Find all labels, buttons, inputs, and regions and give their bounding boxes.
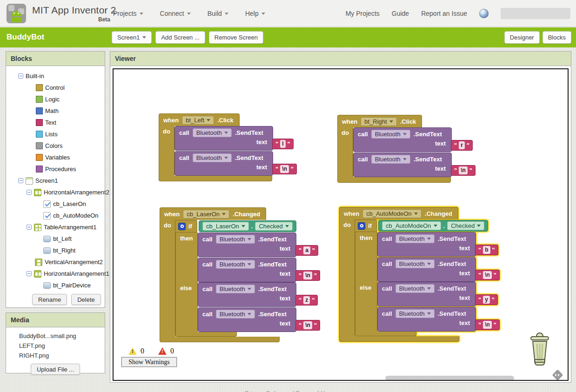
remove-screen-button[interactable]: Remove Screen	[209, 31, 263, 44]
collapse-icon[interactable]	[27, 225, 32, 230]
component-dropdown[interactable]: Bluetooth	[395, 234, 435, 243]
collapse-icon[interactable]	[27, 190, 32, 195]
call-sendtext-block[interactable]: callBluetooth.SendText text "\n"	[353, 153, 452, 177]
collapse-icon[interactable]	[18, 73, 23, 79]
component-dropdown[interactable]: Bluetooth	[371, 130, 410, 139]
text-string-block[interactable]: "\n"	[295, 270, 320, 281]
text-string-block[interactable]: "r"	[451, 140, 473, 151]
tree-item-bt-pairdevice[interactable]: bt_PairDevice	[6, 279, 105, 291]
tree-item-horizontalarrangement1[interactable]: HorizontalArrangement1	[6, 268, 105, 279]
call-sendtext-block[interactable]: callBluetooth.SendText text "b"	[377, 232, 476, 257]
string-value[interactable]: b	[483, 246, 490, 254]
category-variables[interactable]: Variables	[6, 152, 105, 163]
show-warnings-button[interactable]: Show Warnings	[121, 357, 177, 367]
horizontal-scrollbar-thumb[interactable]	[385, 376, 514, 381]
menu-help[interactable]: Help	[245, 10, 265, 17]
category-control[interactable]: Control	[6, 82, 105, 93]
string-value[interactable]: \n	[303, 321, 312, 329]
language-globe-icon[interactable]	[479, 9, 489, 18]
property-getter-block[interactable]: cb_LaserOn . Checked	[199, 220, 296, 232]
call-sendtext-block[interactable]: callBluetooth.SendText text "l"	[174, 126, 273, 151]
tree-item-verticalarrangement2[interactable]: VerticalArrangement2	[6, 256, 105, 268]
mutator-gear-icon[interactable]	[178, 223, 186, 230]
event-block-cb-laseron-changed[interactable]: when cb_LaserOn .Changed do if cb_LaserO…	[160, 207, 296, 342]
call-sendtext-block[interactable]: callBluetooth.SendText text "y"	[377, 282, 476, 306]
category-logic[interactable]: Logic	[6, 93, 105, 105]
string-value[interactable]: \n	[483, 321, 492, 329]
call-sendtext-block[interactable]: callBluetooth.SendText text "\n"	[198, 258, 296, 282]
text-string-block[interactable]: "\n"	[451, 165, 476, 176]
media-file[interactable]: RIGHT.png	[19, 351, 105, 360]
component-dropdown[interactable]: cb_LaserOn	[183, 210, 229, 219]
menu-connect[interactable]: Connect	[160, 10, 191, 17]
tree-item-bt-right[interactable]: bt_Right	[6, 245, 105, 256]
event-block-bt-left-click[interactable]: when bt_Left .Click do callBluetooth.Sen…	[159, 113, 273, 181]
string-value[interactable]: z	[303, 296, 310, 304]
text-string-block[interactable]: "\n"	[475, 270, 500, 280]
tree-item-cb-automodeon[interactable]: cb_AutoModeOn	[6, 210, 105, 221]
upload-file-button[interactable]: Upload File ...	[31, 364, 80, 375]
component-dropdown[interactable]: Bluetooth	[395, 284, 435, 293]
designer-view-button[interactable]: Designer	[504, 31, 540, 44]
string-value[interactable]: a	[303, 246, 310, 254]
menu-projects[interactable]: Projects	[113, 10, 143, 17]
component-dropdown[interactable]: Bluetooth	[395, 259, 435, 268]
tree-item-built-in[interactable]: Built-in	[6, 70, 105, 82]
delete-button[interactable]: Delete	[71, 294, 101, 305]
screen-selector-button[interactable]: Screen1	[112, 31, 152, 44]
component-dropdown[interactable]: Bluetooth	[193, 153, 232, 162]
category-lists[interactable]: Lists	[6, 128, 105, 140]
property-dropdown[interactable]: Checked	[447, 221, 484, 230]
call-sendtext-block[interactable]: callBluetooth.SendText text "\n"	[377, 307, 476, 332]
text-string-block[interactable]: "l"	[272, 139, 294, 149]
category-text[interactable]: Text	[6, 117, 105, 128]
category-procedures[interactable]: Procedures	[6, 163, 105, 175]
string-value[interactable]: y	[483, 296, 490, 304]
collapse-icon[interactable]	[27, 271, 32, 276]
string-value[interactable]: \n	[280, 165, 289, 173]
if-block[interactable]: if cb_LaserOn . Checked then callBluetoo…	[175, 220, 296, 337]
tree-item-tablearrangement1[interactable]: TableArrangement1	[6, 221, 105, 233]
text-string-block[interactable]: "z"	[295, 295, 318, 306]
link-report-an-issue[interactable]: Report an Issue	[421, 10, 467, 17]
media-file[interactable]: BuddyBot...small.png	[19, 331, 105, 341]
tree-item-cb-laseron[interactable]: cb_LaserOn	[6, 198, 105, 210]
collapse-icon[interactable]	[18, 178, 23, 183]
text-string-block[interactable]: "\n"	[272, 164, 297, 174]
user-account-redacted[interactable]	[501, 8, 570, 19]
add-screen-button[interactable]: Add Screen ...	[155, 31, 205, 44]
tree-item-bt-left[interactable]: bt_Left	[6, 233, 105, 245]
privacy-terms-link[interactable]: Privacy Policy and Terms of Use	[245, 390, 331, 392]
component-dropdown[interactable]: Bluetooth	[216, 310, 255, 319]
text-string-block[interactable]: "b"	[475, 245, 498, 255]
call-sendtext-block[interactable]: callBluetooth.SendText text "\n"	[198, 307, 296, 332]
component-dropdown[interactable]: cb_LaserOn	[202, 222, 249, 231]
component-dropdown[interactable]: cb_AutoModeOn	[362, 209, 422, 218]
component-dropdown[interactable]: Bluetooth	[371, 155, 410, 164]
string-value[interactable]: \n	[483, 271, 492, 279]
if-block[interactable]: if cb_AutoModeOn . Checked then callBlue…	[355, 219, 488, 336]
string-value[interactable]: l	[280, 140, 285, 148]
link-my-projects[interactable]: My Projects	[346, 10, 380, 17]
text-string-block[interactable]: "\n"	[475, 319, 500, 330]
component-dropdown[interactable]: Bluetooth	[193, 128, 232, 137]
string-value[interactable]: r	[459, 141, 465, 149]
resize-grip-icon[interactable]	[552, 369, 563, 380]
text-string-block[interactable]: "\n"	[295, 320, 320, 331]
event-block-cb-automodeon-changed[interactable]: when cb_AutoModeOn .Changed do if cb_Aut…	[339, 207, 488, 342]
trash-can-icon[interactable]	[525, 332, 555, 370]
text-string-block[interactable]: "a"	[295, 245, 318, 256]
component-dropdown[interactable]: bt_Right	[361, 117, 396, 126]
text-string-block[interactable]: "y"	[475, 294, 498, 305]
call-sendtext-block[interactable]: callBluetooth.SendText text "\n"	[377, 257, 476, 282]
call-sendtext-block[interactable]: callBluetooth.SendText text "z"	[198, 282, 296, 307]
rename-button[interactable]: Rename	[32, 294, 67, 305]
mutator-gear-icon[interactable]	[358, 222, 365, 230]
call-sendtext-block[interactable]: callBluetooth.SendText text "r"	[353, 127, 452, 152]
string-value[interactable]: \n	[303, 272, 312, 279]
blocks-view-button[interactable]: Blocks	[543, 31, 571, 44]
tree-item-horizontalarrangement2[interactable]: HorizontalArrangement2	[6, 186, 105, 198]
component-dropdown[interactable]: Bluetooth	[216, 260, 255, 269]
category-colors[interactable]: Colors	[6, 140, 105, 152]
component-dropdown[interactable]: Bluetooth	[216, 235, 255, 244]
